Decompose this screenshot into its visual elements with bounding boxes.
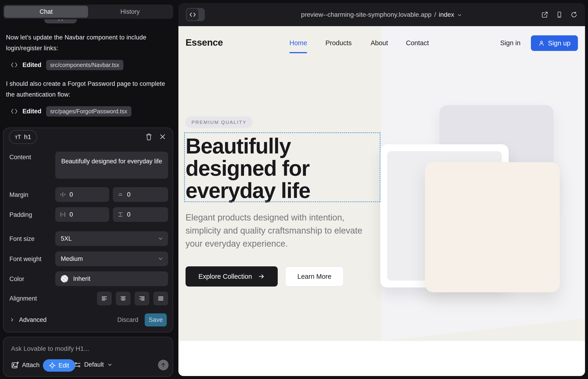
next-section-background — [178, 341, 585, 376]
site-logo[interactable]: Essence — [186, 37, 223, 48]
user-icon — [538, 40, 545, 46]
chevron-down-icon — [157, 236, 164, 242]
margin-vertical-icon — [117, 191, 123, 198]
margin-label: Margin — [9, 191, 29, 198]
nav-link-contact[interactable]: Contact — [406, 39, 429, 47]
discard-button[interactable]: Discard — [117, 313, 138, 327]
align-left-button[interactable] — [97, 292, 112, 305]
editor-footer: Advanced Discard Save — [3, 313, 173, 327]
site-page: Essence Home Products About Contact Sign… — [178, 26, 585, 376]
align-center-icon — [120, 295, 127, 302]
align-left-icon — [101, 295, 108, 302]
font-size-select[interactable]: 5XL — [55, 231, 168, 246]
hero-heading[interactable]: Beautifully designed for everyday life — [186, 135, 310, 202]
chevron-down-icon — [107, 362, 113, 367]
explore-collection-button[interactable]: Explore Collection — [186, 266, 278, 286]
content-input[interactable]: Beautifully designed for everyday life — [55, 152, 168, 179]
mobile-view-button[interactable] — [555, 11, 563, 19]
arrow-right-icon — [258, 273, 265, 280]
tab-history[interactable]: History — [88, 6, 172, 18]
model-selector[interactable]: Default — [74, 361, 113, 368]
sign-in-link[interactable]: Sign in — [500, 39, 521, 47]
refresh-button[interactable] — [570, 11, 578, 19]
chat-history-tabbar: Chat History — [3, 5, 173, 19]
preview-frame: preview--charming-site-symphony.lovable.… — [178, 3, 585, 376]
scrolled-message-fragment — [44, 19, 77, 23]
padding-vertical-icon — [117, 211, 123, 218]
nav-link-home[interactable]: Home — [289, 39, 307, 47]
attach-button[interactable]: Attach — [11, 361, 40, 369]
margin-horizontal-icon — [60, 191, 66, 198]
selected-element-tag[interactable]: ᴛT h1 — [9, 130, 37, 144]
padding-y-input[interactable]: 0 — [113, 207, 168, 222]
open-external-button[interactable] — [541, 11, 549, 19]
padding-x-input[interactable]: 0 — [55, 207, 109, 222]
edited-label: Edited — [22, 108, 42, 115]
heading-line: everyday life — [186, 179, 310, 202]
external-link-icon — [541, 11, 548, 18]
alignment-label: Alignment — [9, 295, 37, 302]
composer-actions: Attach Edit Default — [3, 359, 173, 372]
edited-label: Edited — [22, 62, 42, 69]
typography-icon: ᴛT — [15, 134, 21, 141]
close-icon[interactable] — [158, 133, 167, 141]
composer-input[interactable]: Ask Lovable to modify H1... — [11, 345, 89, 352]
alignment-button-group — [97, 292, 168, 305]
assistant-message: I should also create a Forgot Password p… — [6, 79, 170, 100]
edit-mode-button[interactable]: Edit — [43, 359, 75, 372]
file-chip[interactable]: src/pages/ForgotPassword.tsx — [46, 106, 131, 117]
nav-link-about[interactable]: About — [371, 39, 388, 47]
learn-more-button[interactable]: Learn More — [285, 266, 344, 286]
content-label: Content — [9, 154, 31, 161]
sliders-icon — [74, 361, 81, 368]
font-weight-select[interactable]: Medium — [55, 252, 168, 266]
premium-quality-badge: PREMIUM QUALITY — [185, 116, 253, 128]
delete-element-button[interactable] — [145, 133, 153, 141]
refresh-icon — [571, 11, 577, 18]
color-swatch — [61, 275, 68, 283]
align-right-icon — [139, 295, 145, 302]
file-chip[interactable]: src/components/Navbar.tsx — [46, 60, 124, 70]
save-button[interactable]: Save — [145, 313, 167, 327]
align-justify-button[interactable] — [154, 292, 168, 305]
advanced-toggle[interactable]: Advanced — [9, 313, 46, 327]
padding-horizontal-icon — [60, 211, 66, 218]
preview-url[interactable]: preview--charming-site-symphony.lovable.… — [178, 3, 585, 26]
hero-description: Elegant products designed with intention… — [186, 211, 369, 250]
app-root: Chat History Now let's update the Navbar… — [0, 0, 588, 379]
target-icon — [49, 362, 56, 369]
element-editor-panel: ᴛT h1 Content Beautifully designed for e… — [3, 127, 173, 332]
align-justify-icon — [157, 295, 164, 302]
preview-actions — [541, 3, 578, 26]
chevron-down-icon — [157, 256, 164, 262]
preview-toolbar: preview--charming-site-symphony.lovable.… — [178, 3, 585, 26]
align-right-button[interactable] — [135, 292, 149, 305]
color-select[interactable]: Inherit — [55, 271, 168, 286]
chat-composer: Ask Lovable to modify H1... Attach Edit … — [3, 337, 173, 377]
send-button[interactable] — [158, 360, 169, 370]
edited-file-row[interactable]: Edited src/pages/ForgotPassword.tsx — [11, 106, 131, 117]
dot — [62, 20, 62, 21]
assistant-message: Now let's update the Navbar component to… — [6, 32, 170, 54]
chat-sidebar: Chat History Now let's update the Navbar… — [0, 0, 178, 379]
chevron-right-icon — [9, 317, 15, 323]
url-separator: / — [434, 11, 436, 18]
sign-up-button[interactable]: Sign up — [531, 35, 578, 51]
decorative-card-beige — [425, 162, 560, 292]
smartphone-icon — [556, 11, 563, 18]
padding-label: Padding — [9, 211, 32, 218]
nav-link-products[interactable]: Products — [325, 39, 352, 47]
tab-chat[interactable]: Chat — [4, 6, 88, 18]
code-icon — [11, 62, 18, 68]
heading-line: Beautifully — [186, 135, 310, 157]
image-plus-icon — [11, 361, 19, 369]
margin-y-input[interactable]: 0 — [113, 187, 168, 202]
tag-name: h1 — [24, 133, 31, 141]
font-size-label: Font size — [9, 235, 35, 242]
color-label: Color — [9, 276, 24, 283]
edited-file-row[interactable]: Edited src/components/Navbar.tsx — [11, 60, 123, 70]
align-center-button[interactable] — [116, 292, 130, 305]
heading-line: designed for — [186, 157, 310, 179]
code-icon — [11, 108, 18, 114]
margin-x-input[interactable]: 0 — [55, 187, 109, 202]
